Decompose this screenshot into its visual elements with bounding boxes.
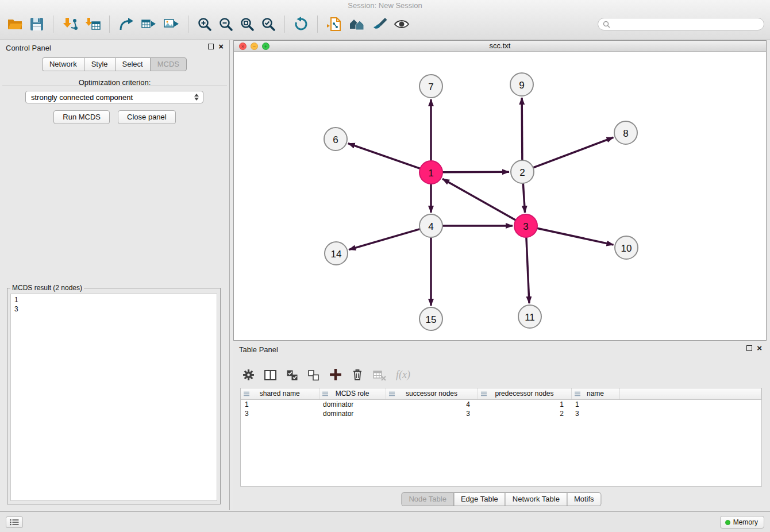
- task-history-button[interactable]: [6, 516, 23, 528]
- unselect-all-icon[interactable]: [308, 370, 319, 381]
- table-cell[interactable]: 1: [571, 399, 619, 409]
- table-cell-filler: [619, 409, 761, 418]
- memory-button[interactable]: Memory: [720, 516, 764, 529]
- table-cell[interactable]: 3: [571, 409, 619, 418]
- apply-layout-icon[interactable]: [294, 17, 309, 32]
- close-panel-button[interactable]: Close panel: [118, 110, 176, 124]
- table-cell-filler: [619, 399, 761, 409]
- export-network-icon[interactable]: [118, 17, 134, 32]
- table-cell[interactable]: 3: [241, 409, 319, 418]
- import-table-file-icon[interactable]: [84, 17, 101, 32]
- column-header-shared-name[interactable]: shared name: [241, 388, 319, 399]
- export-table-icon[interactable]: [141, 17, 157, 32]
- table-cell[interactable]: 2: [478, 409, 571, 418]
- minimize-window-icon[interactable]: −: [251, 43, 258, 50]
- home-icon[interactable]: [349, 17, 365, 32]
- graph-node[interactable]: 11: [518, 305, 541, 328]
- zoom-selected-icon[interactable]: [261, 17, 276, 32]
- column-header-successor-nodes[interactable]: successor nodes: [386, 388, 478, 399]
- style-brush-icon[interactable]: [371, 17, 387, 32]
- table-row[interactable]: 1dominator411: [241, 399, 761, 409]
- graph-node[interactable]: 8: [614, 121, 637, 144]
- zoom-fit-icon[interactable]: [240, 17, 255, 32]
- graph-node[interactable]: 2: [511, 160, 534, 183]
- window-title: Session: New Session: [0, 1, 770, 10]
- graph-edge[interactable]: [537, 228, 614, 245]
- column-type-icon: [389, 391, 395, 396]
- eye-icon[interactable]: [394, 18, 410, 30]
- toolbar-separator: [188, 16, 188, 33]
- tab-select[interactable]: Select: [115, 57, 151, 71]
- close-table-panel-icon[interactable]: ×: [757, 345, 762, 352]
- tab-motifs[interactable]: Motifs: [567, 492, 602, 506]
- table-cell[interactable]: dominator: [319, 399, 386, 409]
- run-mcds-button[interactable]: Run MCDS: [53, 110, 110, 124]
- network-canvas[interactable]: 7968124314101511: [234, 52, 766, 340]
- table-cell[interactable]: 4: [386, 399, 478, 409]
- open-session-icon[interactable]: [7, 17, 23, 31]
- svg-text:9: 9: [519, 80, 524, 91]
- table-toolbar: f(x): [242, 360, 410, 381]
- maximize-window-icon[interactable]: +: [262, 43, 270, 50]
- tab-mcds[interactable]: MCDS: [150, 57, 187, 71]
- control-panel-header: Control Panel ×: [0, 40, 229, 55]
- zoom-in-icon[interactable]: [197, 17, 212, 32]
- table-cell[interactable]: dominator: [319, 409, 386, 418]
- graph-node[interactable]: 10: [615, 236, 638, 259]
- export-image-icon[interactable]: [163, 17, 179, 32]
- graph-edge[interactable]: [348, 144, 420, 169]
- graph-edge[interactable]: [526, 237, 529, 303]
- tab-network-table[interactable]: Network Table: [505, 492, 567, 506]
- tab-network[interactable]: Network: [42, 57, 84, 71]
- table-cell[interactable]: 1: [478, 399, 571, 409]
- graph-node[interactable]: 6: [324, 128, 347, 151]
- gear-icon[interactable]: [242, 369, 255, 381]
- tab-edge-table[interactable]: Edge Table: [453, 492, 506, 506]
- graph-edge[interactable]: [533, 137, 614, 168]
- tab-node-table[interactable]: Node Table: [401, 492, 454, 506]
- graph-node[interactable]: 7: [419, 75, 442, 98]
- svg-text:15: 15: [426, 314, 437, 325]
- graph-edge[interactable]: [522, 98, 522, 160]
- close-panel-icon[interactable]: ×: [218, 43, 224, 50]
- graph-node[interactable]: 3: [514, 214, 537, 237]
- column-label: name: [587, 390, 604, 398]
- criterion-select[interactable]: strongly connected component: [25, 91, 203, 103]
- function-builder-icon[interactable]: f(x): [396, 369, 410, 381]
- zoom-out-icon[interactable]: [218, 17, 233, 32]
- graph-edge[interactable]: [442, 179, 516, 220]
- graph-edge[interactable]: [442, 172, 509, 172]
- search-field[interactable]: [598, 18, 764, 30]
- split-column-icon[interactable]: [264, 369, 277, 381]
- first-neighbors-icon[interactable]: [326, 17, 342, 32]
- float-panel-icon[interactable]: [208, 44, 214, 49]
- column-header-predecessor-nodes[interactable]: predecessor nodes: [478, 388, 571, 399]
- close-window-icon[interactable]: ×: [239, 43, 247, 50]
- delete-column-icon[interactable]: [352, 368, 363, 381]
- table-cell[interactable]: 3: [386, 409, 478, 418]
- table-cell[interactable]: 1: [241, 399, 319, 409]
- column-header-mcds-role[interactable]: MCDS role: [319, 388, 386, 399]
- graph-node[interactable]: 14: [325, 242, 348, 265]
- search-input[interactable]: [613, 20, 759, 28]
- table-row[interactable]: 3dominator323: [241, 409, 761, 418]
- table-panel-title: Table Panel: [239, 345, 278, 354]
- mcds-result-line: 3: [14, 304, 213, 314]
- save-session-icon[interactable]: [29, 17, 44, 32]
- graph-edge[interactable]: [523, 183, 525, 213]
- app-window: Session: New Session: [0, 0, 770, 532]
- delete-table-icon[interactable]: [373, 370, 386, 381]
- float-table-panel-icon[interactable]: [746, 345, 752, 351]
- mcds-buttons-row: Run MCDS Close panel: [0, 110, 229, 124]
- graph-node[interactable]: 1: [419, 161, 442, 184]
- add-column-icon[interactable]: [329, 368, 342, 381]
- graph-edge[interactable]: [349, 229, 420, 250]
- graph-node[interactable]: 9: [510, 73, 533, 96]
- select-all-icon[interactable]: [287, 370, 298, 381]
- column-header-name[interactable]: name: [571, 388, 619, 399]
- graph-node[interactable]: 15: [419, 307, 442, 330]
- svg-text:4: 4: [428, 221, 433, 232]
- tab-style[interactable]: Style: [84, 57, 116, 71]
- graph-node[interactable]: 4: [419, 214, 442, 237]
- import-network-file-icon[interactable]: [62, 17, 78, 32]
